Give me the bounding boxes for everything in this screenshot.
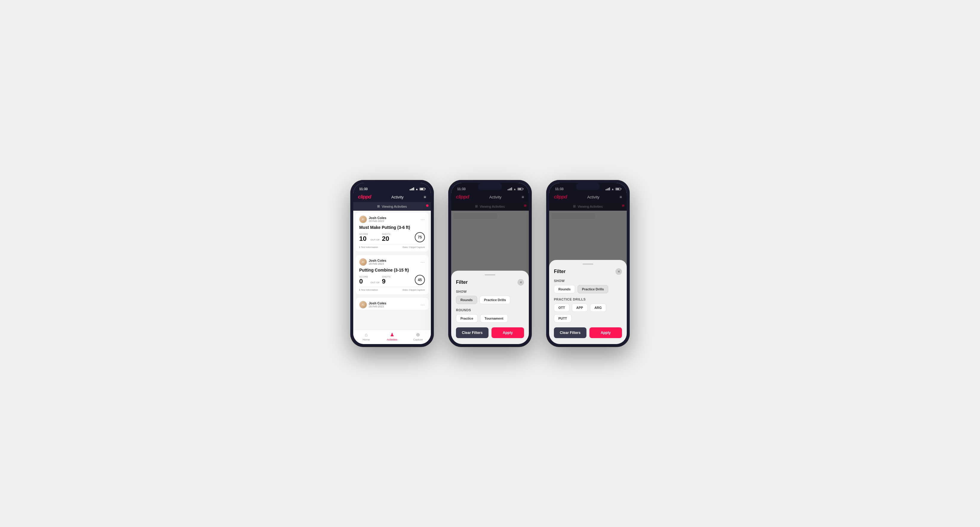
sheet-title-2: Filter [456, 279, 468, 285]
tab-home-1[interactable]: ⌂ Home [353, 332, 379, 341]
phone-1-screen: 11:33 ▲ clippd Activity [353, 183, 431, 344]
user-info-1: Josh Coles 28 Feb 2023 [369, 216, 387, 222]
info-icon-2: ℹ [359, 289, 360, 291]
home-label-1: Home [363, 338, 370, 341]
card-footer-1: ℹ Test Information Data: Clippd Capture [359, 244, 425, 249]
phone-2: 11:33 ▲ clippd Activity [448, 180, 532, 347]
user-info-2: Josh Coles 28 Feb 2023 [369, 259, 387, 265]
out-of-2: OUT OF [371, 281, 380, 285]
shot-quality-badge-2: 45 [415, 275, 425, 285]
screen-content-1: ⊞ Viewing Activities JC Josh Coles [353, 202, 431, 330]
nav-title-1: Activity [391, 195, 403, 199]
sheet-actions-3: Clear Filters Apply [554, 327, 622, 338]
card-menu-3[interactable]: ··· [420, 302, 425, 307]
card-header-2: JC Josh Coles 28 Feb 2023 ··· [359, 258, 425, 266]
signal-icon-1 [410, 187, 414, 190]
chip-putt-3[interactable]: PUTT [554, 314, 571, 322]
shots-value-2: 9 [382, 278, 391, 285]
avatar-2: JC [359, 258, 367, 266]
footer-data-1: Data: Clippd Capture [402, 246, 425, 249]
activity-card-3-partial[interactable]: JC Josh Coles 28 Feb 2023 ··· [356, 298, 428, 310]
chip-app-3[interactable]: APP [572, 303, 588, 312]
card-menu-2[interactable]: ··· [420, 260, 425, 264]
dynamic-island-2 [478, 183, 502, 190]
card-footer-2: ℹ Test Information Data: Clippd Capture [359, 287, 425, 291]
shot-quality-badge-1: 75 [415, 232, 425, 242]
apply-btn-2[interactable]: Apply [492, 327, 524, 338]
footer-info-1: ℹ Test Information [359, 246, 378, 249]
capture-label-1: Capture [413, 338, 423, 341]
sheet-actions-2: Clear Filters Apply [456, 327, 524, 338]
user-date-2: 28 Feb 2023 [369, 262, 387, 265]
sheet-header-3: Filter ✕ [554, 268, 622, 275]
home-icon-1: ⌂ [365, 332, 368, 338]
footer-info-2: ℹ Test Information [359, 289, 378, 291]
card-user-3: JC Josh Coles 28 Feb 2023 [359, 301, 387, 309]
rounds-label-2: Rounds [456, 308, 524, 312]
sheet-handle-2 [485, 274, 495, 275]
red-dot-1 [426, 205, 428, 207]
card-header-1: JC Josh Coles 28 Feb 2023 ··· [359, 216, 425, 223]
chip-practice-drills-2[interactable]: Practice Drills [480, 296, 510, 304]
practice-drills-label-3: Practice Drills [554, 297, 622, 301]
tab-capture-1[interactable]: ⊕ Capture [405, 332, 431, 341]
user-date-1: 28 Feb 2023 [369, 220, 387, 222]
sheet-handle-3 [582, 264, 593, 265]
chip-rounds-2[interactable]: Rounds [456, 296, 477, 304]
viewing-label-1: Viewing Activities [382, 205, 407, 208]
user-name-1: Josh Coles [369, 216, 387, 220]
clear-filters-btn-3[interactable]: Clear Filters [554, 327, 587, 338]
filter-icon-1: ⊞ [377, 205, 380, 208]
filter-sheet-2: Filter ✕ Show Rounds Practice Drills Rou… [451, 271, 529, 344]
avatar-1: JC [359, 216, 367, 223]
tab-activities-1[interactable]: ♟ Activities [379, 332, 405, 341]
dynamic-island-1 [380, 183, 404, 190]
chip-rounds-3[interactable]: Rounds [554, 285, 575, 293]
menu-icon-1[interactable]: ≡ [424, 195, 426, 199]
out-of-1: OUT OF [371, 238, 380, 242]
sheet-header-2: Filter ✕ [456, 279, 524, 286]
phone-3-screen: 11:33 ▲ clippd Activity [549, 183, 627, 344]
user-date-3: 28 Feb 2023 [369, 305, 387, 308]
apply-btn-3[interactable]: Apply [589, 327, 622, 338]
user-name-2: Josh Coles [369, 259, 387, 262]
wifi-icon-1: ▲ [415, 187, 418, 191]
chip-practice-2[interactable]: Practice [456, 314, 478, 322]
activities-label-1: Activities [387, 338, 398, 341]
card-title-1: Must Make Putting (3-6 ft) [359, 225, 425, 230]
user-info-3: Josh Coles 28 Feb 2023 [369, 302, 387, 308]
phone-3: 11:33 ▲ clippd Activity [546, 180, 630, 347]
activity-card-2[interactable]: JC Josh Coles 28 Feb 2023 ··· Putting Co… [356, 255, 428, 294]
show-chips-2: Rounds Practice Drills [456, 296, 524, 304]
show-label-3: Show [554, 279, 622, 283]
footer-data-2: Data: Clippd Capture [402, 289, 425, 291]
phones-container: 11:33 ▲ clippd Activity [350, 180, 630, 347]
viewing-bar-1[interactable]: ⊞ Viewing Activities [353, 202, 431, 211]
status-time-1: 11:33 [359, 187, 368, 191]
shots-value-1: 20 [382, 235, 391, 242]
card-title-2: Putting Combine (3-15 ft) [359, 268, 425, 273]
filter-overlay-3: Filter ✕ Show Rounds Practice Drills Pra… [549, 183, 627, 344]
card-user-2: JC Josh Coles 28 Feb 2023 [359, 258, 387, 266]
chip-tournament-2[interactable]: Tournament [480, 314, 508, 322]
chip-practice-drills-3[interactable]: Practice Drills [578, 285, 608, 293]
user-name-3: Josh Coles [369, 302, 387, 305]
rounds-chips-2: Practice Tournament [456, 314, 524, 322]
card-stats-1: Score 10 OUT OF Shots 20 75 [359, 232, 425, 242]
avatar-3: JC [359, 301, 367, 309]
chip-ott-3[interactable]: OTT [554, 303, 570, 312]
card-menu-1[interactable]: ··· [420, 217, 425, 222]
phone-2-screen: 11:33 ▲ clippd Activity [451, 183, 529, 344]
filter-overlay-2: Filter ✕ Show Rounds Practice Drills Rou… [451, 183, 529, 344]
chip-arg-3[interactable]: ARG [590, 303, 606, 312]
phone-1: 11:33 ▲ clippd Activity [350, 180, 434, 347]
clear-filters-btn-2[interactable]: Clear Filters [456, 327, 488, 338]
info-icon-1: ℹ [359, 246, 360, 249]
close-btn-2[interactable]: ✕ [517, 279, 524, 286]
logo-1: clippd [358, 194, 371, 200]
activity-card-1[interactable]: JC Josh Coles 28 Feb 2023 ··· Must Make … [356, 213, 428, 252]
show-chips-3: Rounds Practice Drills [554, 285, 622, 293]
battery-icon-1 [420, 188, 425, 190]
score-value-1: 10 [359, 235, 368, 242]
close-btn-3[interactable]: ✕ [616, 268, 622, 275]
